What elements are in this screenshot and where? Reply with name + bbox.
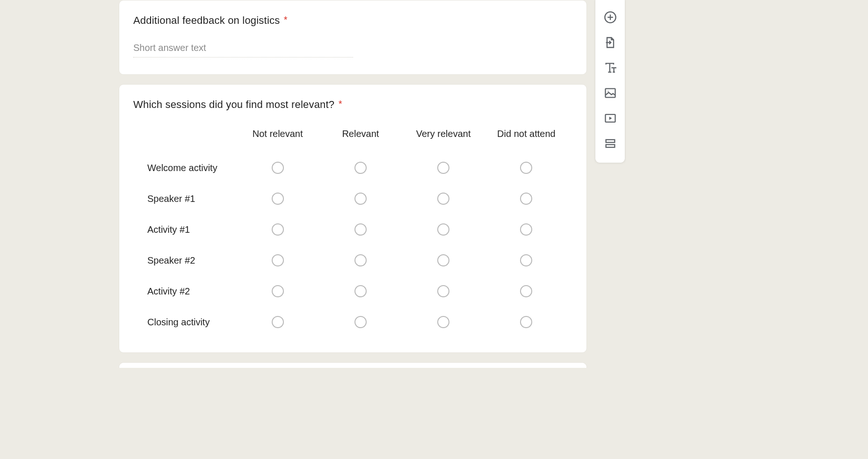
svg-rect-13 [606,144,615,147]
radio-cell [236,193,319,205]
radio-option[interactable] [520,193,532,205]
radio-option[interactable] [520,285,532,297]
question-title: Which sessions did you find most relevan… [133,99,334,110]
radio-option[interactable] [437,223,449,236]
radio-option[interactable] [354,162,367,174]
question-card-feedback[interactable]: Additional feedback on logistics * [119,0,587,75]
required-star: * [284,14,288,25]
radio-cell [402,285,485,297]
radio-option[interactable] [354,285,367,297]
radio-option[interactable] [272,193,284,205]
grid-row: Speaker #1 [133,193,572,205]
add-image-button[interactable] [600,82,621,104]
grid-row: Activity #2 [133,285,572,297]
radio-cell [485,254,568,266]
radio-option[interactable] [354,193,367,205]
radio-option[interactable] [272,223,284,236]
radio-option[interactable] [437,316,449,328]
grid-column-header: Did not attend [485,125,568,143]
radio-option[interactable] [272,254,284,266]
grid-row-label: Speaker #2 [138,255,236,266]
grid-header-row: Not relevant Relevant Very relevant Did … [133,125,572,143]
radio-cell [485,193,568,205]
radio-option[interactable] [520,223,532,236]
grid-column-header: Relevant [319,125,402,143]
import-icon [604,36,617,49]
short-answer-input [133,43,353,57]
add-question-button[interactable] [600,7,621,28]
radio-cell [236,162,319,174]
radio-cell [236,254,319,266]
radio-cell [236,316,319,328]
radio-option[interactable] [272,162,284,174]
svg-rect-12 [606,140,615,143]
radio-cell [485,316,568,328]
grid-row: Closing activity [133,316,572,328]
radio-cell [402,162,485,174]
question-toolbar [595,0,625,163]
radio-cell [236,285,319,297]
radio-cell [402,316,485,328]
radio-cell [402,193,485,205]
radio-cell [319,193,402,205]
grid-row-label: Welcome activity [138,163,236,173]
radio-option[interactable] [520,162,532,174]
section-icon [604,137,617,150]
question-title-row: Which sessions did you find most relevan… [133,99,572,111]
radio-cell [485,285,568,297]
question-card-partial [119,362,587,368]
radio-cell [402,223,485,236]
plus-circle-icon [604,11,617,24]
radio-cell [319,254,402,266]
grid-row-label: Closing activity [138,317,236,328]
radio-option[interactable] [354,223,367,236]
radio-option[interactable] [354,254,367,266]
grid-row: Speaker #2 [133,254,572,266]
grid-row-label: Activity #2 [138,286,236,297]
grid-column-header: Very relevant [402,125,485,143]
svg-rect-8 [605,89,615,98]
radio-option[interactable] [520,254,532,266]
radio-option[interactable] [272,285,284,297]
radio-cell [485,162,568,174]
question-card-sessions[interactable]: Which sessions did you find most relevan… [119,84,587,353]
text-icon [604,61,617,74]
import-questions-button[interactable] [600,32,621,53]
radio-cell [319,162,402,174]
radio-cell [236,223,319,236]
question-title-row: Additional feedback on logistics * [133,14,572,27]
add-video-button[interactable] [600,108,621,129]
grid-table: Not relevant Relevant Very relevant Did … [133,125,572,328]
radio-option[interactable] [437,193,449,205]
video-icon [604,112,617,125]
grid-row-label: Activity #1 [138,224,236,235]
radio-option[interactable] [437,254,449,266]
radio-cell [485,223,568,236]
radio-cell [319,285,402,297]
grid-row: Welcome activity [133,162,572,174]
grid-row-label: Speaker #1 [138,194,236,204]
radio-option[interactable] [437,162,449,174]
radio-cell [319,316,402,328]
svg-marker-11 [609,117,612,120]
radio-cell [402,254,485,266]
grid-column-header: Not relevant [236,125,319,143]
radio-option[interactable] [520,316,532,328]
radio-cell [319,223,402,236]
question-title: Additional feedback on logistics [133,14,280,26]
grid-row: Activity #1 [133,223,572,236]
radio-option[interactable] [354,316,367,328]
add-title-button[interactable] [600,57,621,79]
image-icon [604,86,617,100]
radio-option[interactable] [437,285,449,297]
add-section-button[interactable] [600,133,621,154]
radio-option[interactable] [272,316,284,328]
required-star: * [339,99,342,109]
